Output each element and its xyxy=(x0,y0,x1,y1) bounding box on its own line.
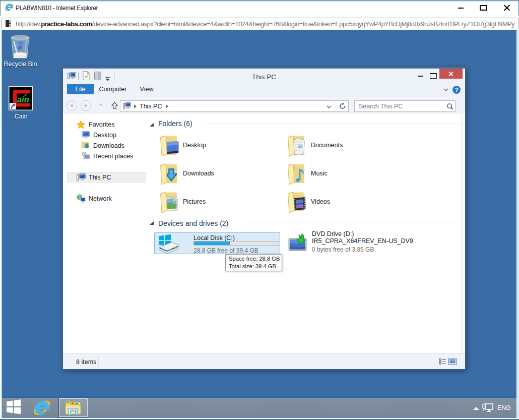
svg-text:ain: ain xyxy=(17,95,29,104)
